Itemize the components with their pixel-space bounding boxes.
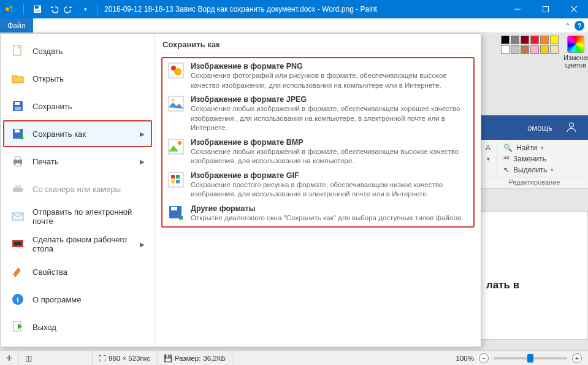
qat-dropdown-icon[interactable]: ▾ — [80, 4, 90, 14]
props-icon — [10, 264, 25, 279]
word-ribbon-fragment: A ▾ 🔍Найти▾ ᵃᵇЗаменить ↖Выделить▾ Редакт… — [481, 140, 588, 189]
file-menu-exit[interactable]: Выход — [3, 313, 152, 340]
color-swatch[interactable] — [540, 45, 549, 54]
file-menu-label: О программе — [32, 295, 82, 304]
other-format-icon — [167, 204, 185, 221]
format-title: Изображение в формате JPEG — [191, 95, 468, 104]
svg-rect-24 — [14, 242, 21, 245]
file-menu-saveas[interactable]: Сохранить как▶ — [3, 120, 152, 147]
save-as-formats: Изображение в формате PNGСохранение фото… — [161, 57, 475, 228]
select-button[interactable]: ↖Выделить▾ — [503, 166, 554, 174]
svg-point-34 — [178, 141, 181, 145]
canvas-size: ⛶ 960 × 523пкс — [93, 351, 158, 365]
quick-access-toolbar: ▾ — [0, 4, 95, 15]
file-menu-props[interactable]: Свойства — [3, 258, 152, 285]
save-as-header: Сохранить как — [161, 39, 475, 53]
color-swatch[interactable] — [501, 45, 510, 54]
svg-point-32 — [172, 99, 175, 102]
open-icon — [10, 71, 25, 86]
word-titlebar-fragment: омощь — [481, 115, 588, 140]
ribbon-colors-fragment: Изменение цветов — [501, 33, 588, 94]
format-title: Другие форматы — [191, 204, 463, 213]
format-bmp[interactable]: Изображение в формате BMPСохранение любы… — [167, 138, 468, 166]
color-swatch[interactable] — [550, 45, 559, 54]
file-menu-label: Открыть — [32, 74, 64, 83]
svg-rect-37 — [176, 175, 180, 179]
close-button[interactable] — [560, 0, 588, 18]
file-menu-label: Сделать фоном рабочего стола — [32, 235, 132, 253]
search-icon: 🔍 — [503, 144, 513, 152]
file-menu-save[interactable]: Сохранить — [3, 93, 152, 120]
format-png[interactable]: Изображение в формате PNGСохранение фото… — [167, 62, 468, 90]
redo-icon[interactable] — [64, 4, 74, 14]
canvas-size-value: 960 × 523пкс — [109, 355, 151, 362]
format-desc: Сохранение любых изображений в формате, … — [191, 147, 468, 166]
svg-rect-39 — [176, 180, 180, 183]
color-swatch[interactable] — [530, 36, 539, 44]
file-menu-label: Отправить по электронной почте — [32, 207, 145, 226]
maximize-button[interactable] — [532, 0, 560, 18]
zoom-slider[interactable] — [494, 357, 567, 359]
file-menu-open[interactable]: Открыть — [3, 65, 152, 92]
document-text-fragment: лать в — [486, 279, 519, 291]
gif-format-icon — [167, 171, 185, 188]
replace-label: Заменить — [513, 155, 546, 163]
find-button[interactable]: 🔍Найти▾ — [503, 144, 554, 152]
format-gif[interactable]: Изображение в формате GIFСохранение прос… — [167, 171, 468, 199]
file-tab[interactable]: Файл — [0, 18, 33, 33]
svg-rect-38 — [171, 180, 175, 183]
file-menu-print[interactable]: Печать▶ — [3, 148, 152, 175]
window-title: 2016-09-12 18-18-13 Завис Ворд как сохра… — [101, 5, 503, 13]
svg-rect-13 — [15, 102, 20, 105]
color-swatches[interactable] — [501, 36, 559, 54]
svg-rect-4 — [35, 6, 39, 9]
ribbon-tab-row: Файл ⌄ ? — [0, 18, 588, 33]
editing-group-label: Редактирование — [486, 177, 583, 186]
format-desc: Сохранение простого рисунка в формате, о… — [191, 180, 468, 199]
file-size: 💾 Размер: 36,2КБ — [158, 351, 232, 365]
file-menu-wallpaper[interactable]: Сделать фоном рабочего стола▶ — [3, 231, 152, 258]
bmp-format-icon — [167, 138, 185, 155]
color-swatch[interactable] — [521, 45, 529, 54]
replace-button[interactable]: ᵃᵇЗаменить — [503, 155, 554, 163]
file-size-value: 36,2КБ — [203, 355, 226, 362]
color-swatch[interactable] — [511, 45, 519, 54]
format-desc: Сохранение фотографий или рисунков в фор… — [191, 71, 468, 90]
file-menu-about[interactable]: iО программе — [3, 286, 152, 313]
color-swatch[interactable] — [511, 36, 519, 44]
cursor-position: ✛ — [0, 351, 19, 365]
zoom-controls: 100% − + — [450, 351, 588, 365]
format-other[interactable]: Другие форматыОткрытие диалогового окна … — [167, 204, 468, 223]
disk-icon: 💾 — [164, 354, 172, 363]
help-icon[interactable]: ? — [575, 21, 584, 31]
format-desc: Открытие диалогового окна "Сохранить как… — [191, 213, 463, 223]
color-swatch[interactable] — [530, 45, 539, 54]
svg-point-1 — [10, 6, 13, 9]
collapse-ribbon-icon[interactable]: ⌄ — [565, 21, 571, 30]
file-menu-email[interactable]: Отправить по электронной почте — [3, 203, 152, 230]
zoom-in-button[interactable]: + — [572, 353, 582, 363]
title-bar: ▾ 2016-09-12 18-18-13 Завис Ворд как сох… — [0, 0, 588, 18]
zoom-out-button[interactable]: − — [479, 353, 489, 363]
replace-icon: ᵃᵇ — [503, 155, 510, 163]
file-menu-label: Сохранить — [32, 102, 72, 111]
format-title: Изображение в формате BMP — [191, 138, 468, 147]
color-swatch[interactable] — [521, 36, 529, 44]
color-swatch[interactable] — [550, 36, 559, 44]
about-icon: i — [10, 292, 25, 307]
minimize-button[interactable] — [503, 0, 532, 18]
undo-icon[interactable] — [48, 4, 58, 14]
select-label: Выделить — [513, 166, 547, 174]
format-jpeg[interactable]: Изображение в формате JPEGСохранение люб… — [167, 95, 468, 133]
svg-rect-18 — [15, 156, 20, 160]
status-bar: ✛ ◫ ⛶ 960 × 523пкс 💾 Размер: 36,2КБ 100%… — [0, 350, 588, 365]
file-menu-new[interactable]: Создать — [3, 37, 152, 64]
save-icon[interactable] — [32, 4, 42, 14]
color-swatch[interactable] — [540, 36, 549, 44]
file-menu-label: Со сканера или камеры — [32, 185, 121, 194]
new-icon — [10, 44, 25, 58]
color-swatch[interactable] — [501, 36, 510, 44]
style-icon[interactable]: A — [486, 144, 491, 152]
print-icon — [10, 154, 25, 169]
edit-colors-button[interactable]: Изменение цветов — [563, 36, 588, 69]
